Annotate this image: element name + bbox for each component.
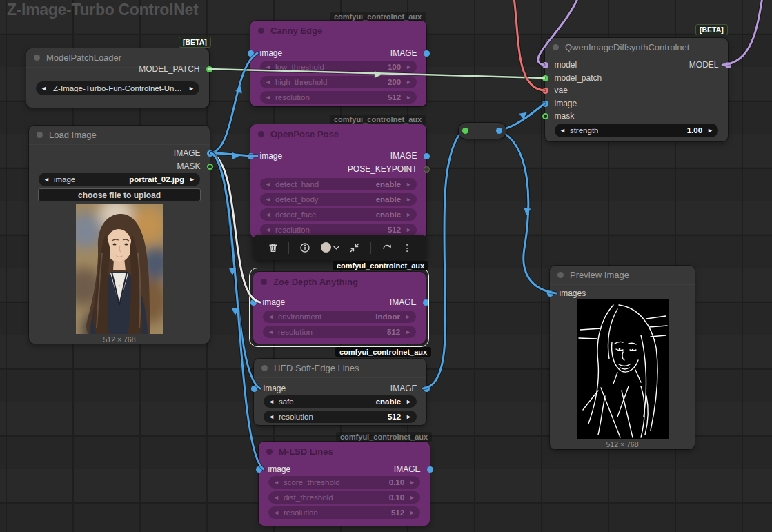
increment-icon[interactable]: ► — [707, 128, 713, 134]
decrement-icon[interactable]: ◄ — [268, 329, 274, 335]
reroute-input-dot[interactable] — [462, 128, 468, 134]
widget-resolution[interactable]: ◄ resolution 512 ► — [263, 326, 416, 338]
portrait-thumbnail[interactable] — [76, 204, 163, 334]
input-port-dot[interactable] — [542, 88, 548, 94]
node-zoe-depth[interactable]: Zoe Depth Anything image IMAGE ◄ environ… — [253, 272, 426, 344]
decrement-icon[interactable]: ◄ — [268, 399, 275, 405]
info-icon[interactable] — [299, 242, 310, 253]
widget-safe[interactable]: ◄ safe enable ► — [264, 395, 417, 408]
increment-icon[interactable]: ► — [406, 95, 412, 101]
decrement-icon[interactable]: ◄ — [273, 480, 279, 486]
node-model-patch-loader[interactable]: ModelPatchLoader MODEL_PATCH ◄ Z-Image-T… — [26, 48, 209, 108]
output-port-dot[interactable] — [725, 62, 731, 68]
increment-icon[interactable]: ► — [406, 399, 412, 405]
widget-resolution[interactable]: ◄ resolution 512 ► — [260, 91, 417, 104]
reroute-node[interactable] — [459, 123, 506, 139]
node-title-bar[interactable]: OpenPose Pose — [250, 124, 426, 144]
node-graph-canvas[interactable]: Z-Image-Turbo ControlNet [BETA] ModelPat… — [0, 0, 772, 532]
collapse-dot-icon[interactable] — [557, 272, 564, 278]
combo-prev-icon[interactable]: ◄ — [41, 86, 47, 92]
increment-icon[interactable]: ► — [409, 495, 415, 501]
decrement-icon[interactable]: ◄ — [265, 181, 271, 188]
increment-icon[interactable]: ► — [405, 314, 411, 320]
combo-next-icon[interactable]: ► — [188, 86, 195, 92]
collapse-dot-icon[interactable] — [258, 28, 264, 34]
combo-next-icon[interactable]: ► — [189, 177, 195, 183]
node-title-bar[interactable]: Zoe Depth Anything — [253, 272, 426, 291]
node-mlsd[interactable]: M-LSD Lines image IMAGE ◄ score_threshol… — [259, 442, 430, 526]
collapse-dot-icon[interactable] — [261, 365, 268, 371]
node-preview-image[interactable]: Preview Image images — [550, 266, 695, 449]
decrement-icon[interactable]: ◄ — [265, 95, 271, 101]
output-port-dot[interactable] — [427, 466, 433, 473]
trash-icon[interactable] — [268, 242, 279, 253]
widget-resolution[interactable]: ◄ resolution 512 ► — [264, 411, 417, 423]
collapse-dot-icon[interactable] — [261, 279, 267, 285]
decrement-icon[interactable]: ◄ — [265, 212, 271, 218]
node-title-bar[interactable]: Preview Image — [550, 266, 695, 285]
decrement-icon[interactable]: ◄ — [560, 128, 566, 134]
widget-environment[interactable]: ◄ environment indoor ► — [263, 311, 416, 323]
collapse-dot-icon[interactable] — [266, 449, 273, 455]
model-patch-combo[interactable]: ◄ Z-Image-Turbo-Fun-Controlnet-Un… ► — [36, 81, 199, 95]
widget-detect-hand[interactable]: ◄ detect_hand enable ► — [260, 178, 417, 190]
color-swatch[interactable] — [321, 242, 339, 253]
decrement-icon[interactable]: ◄ — [265, 197, 271, 203]
more-icon[interactable]: ⋮ — [402, 243, 412, 253]
node-title-bar[interactable]: QwenImageDiffsynthControlnet — [545, 38, 728, 57]
widget-detect-body[interactable]: ◄ detect_body enable ► — [260, 193, 417, 206]
increment-icon[interactable]: ► — [406, 227, 412, 233]
increment-icon[interactable]: ► — [406, 79, 412, 86]
choose-file-button[interactable]: choose file to upload — [38, 188, 201, 201]
widget-resolution[interactable]: ◄ resolution 512 ► — [268, 506, 420, 519]
node-title-bar[interactable]: Load Image — [29, 126, 210, 145]
output-port-dot[interactable] — [207, 150, 213, 157]
decrement-icon[interactable]: ◄ — [273, 510, 279, 516]
node-color-swatch[interactable] — [321, 242, 331, 253]
output-port-dot[interactable] — [424, 153, 430, 159]
decrement-icon[interactable]: ◄ — [268, 314, 274, 320]
collapse-dot-icon[interactable] — [553, 44, 559, 50]
increment-icon[interactable]: ► — [406, 212, 412, 218]
output-port-dot[interactable] — [207, 164, 213, 170]
decrement-icon[interactable]: ◄ — [268, 414, 275, 420]
input-port-dot[interactable] — [542, 75, 548, 81]
decrement-icon[interactable]: ◄ — [273, 495, 279, 501]
input-port-dot[interactable] — [547, 290, 553, 297]
widget-detect-face[interactable]: ◄ detect_face enable ► — [260, 208, 417, 221]
widget-dist-threshold[interactable]: ◄ dist_threshold 0.10 ► — [268, 491, 420, 504]
selection-toolbox[interactable]: ⋮ — [253, 235, 426, 260]
widget-score-threshold[interactable]: ◄ score_threshold 0.10 ► — [268, 476, 420, 489]
image-file-combo[interactable]: ◄ image portrait_02.jpg ► — [39, 173, 200, 186]
input-port-dot[interactable] — [542, 113, 548, 119]
increment-icon[interactable]: ► — [409, 510, 415, 516]
increment-icon[interactable]: ► — [406, 181, 412, 188]
output-port-dot[interactable] — [424, 386, 430, 392]
refresh-icon[interactable] — [382, 242, 393, 253]
collapse-dot-icon[interactable] — [37, 132, 43, 138]
widget-strength[interactable]: ◄ strength 1.00 ► — [555, 124, 718, 137]
decrement-icon[interactable]: ◄ — [265, 79, 271, 86]
collapse-icon[interactable] — [349, 242, 360, 253]
collapse-dot-icon[interactable] — [258, 131, 264, 137]
node-qwen-controlnet[interactable]: QwenImageDiffsynthControlnet model MODEL… — [545, 38, 728, 141]
input-port-dot[interactable] — [542, 101, 548, 107]
increment-icon[interactable]: ► — [409, 480, 415, 486]
decrement-icon[interactable]: ◄ — [265, 227, 271, 233]
combo-prev-icon[interactable]: ◄ — [43, 177, 50, 183]
increment-icon[interactable]: ► — [405, 329, 411, 335]
widget-low-threshold[interactable]: ◄ low_threshold 100 ► — [260, 61, 417, 73]
collapse-dot-icon[interactable] — [34, 55, 40, 61]
increment-icon[interactable]: ► — [406, 414, 412, 420]
node-canny-edge[interactable]: Canny Edge image IMAGE ◄ low_threshold 1… — [250, 21, 426, 106]
output-port-dot[interactable] — [424, 50, 430, 57]
decrement-icon[interactable]: ◄ — [265, 64, 271, 70]
node-load-image[interactable]: Load Image IMAGE MASK ◄ image portrait_0… — [29, 126, 210, 344]
widget-high-threshold[interactable]: ◄ high_threshold 200 ► — [260, 76, 417, 88]
edge-preview-thumbnail[interactable] — [577, 299, 669, 439]
output-port-dot[interactable] — [424, 166, 430, 173]
node-title-bar[interactable]: M-LSD Lines — [259, 442, 430, 461]
reroute-output-dot[interactable] — [496, 128, 502, 134]
node-title-bar[interactable]: HED Soft-Edge Lines — [254, 359, 426, 378]
output-port-dot[interactable] — [423, 299, 429, 306]
